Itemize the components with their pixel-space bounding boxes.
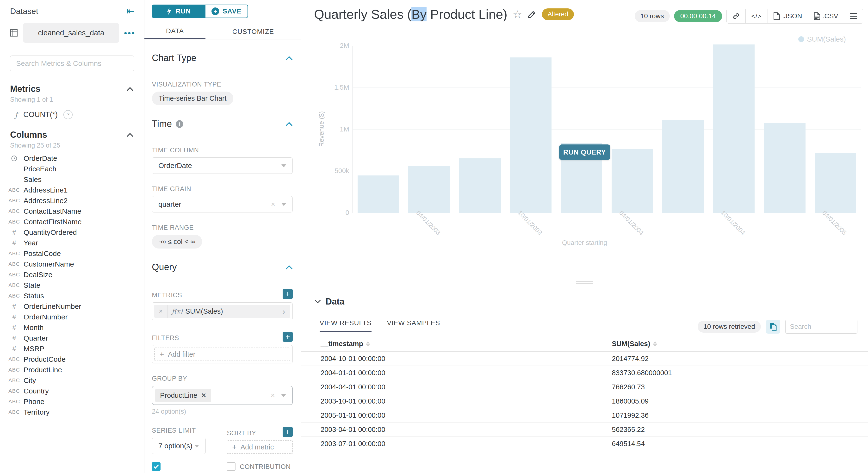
column-item-productline[interactable]: ABCProductLine [0,365,144,375]
column-item-country[interactable]: ABCCountry [0,386,144,396]
contribution-checkbox[interactable] [227,462,236,471]
add-sort-metric-dropzone[interactable]: + Add metric [227,440,293,454]
column-item-msrp[interactable]: #MSRP [0,343,144,354]
copy-data-icon[interactable] [766,320,780,334]
chevron-up-icon[interactable] [126,133,134,137]
column-header-sum-sales[interactable]: SUM(Sales) [612,340,657,348]
group-by-label: GROUP BY [152,375,293,382]
clear-icon[interactable]: × [271,391,275,400]
chevron-up-icon[interactable] [285,122,293,126]
table-row[interactable]: 2005-01-01 00:00:001071992.36 [301,408,868,422]
column-item-state[interactable]: ABCState [0,280,144,291]
save-button[interactable]: + SAVE [206,5,248,18]
column-item-contactlastname[interactable]: ABCContactLastName [0,206,144,217]
help-icon[interactable]: ? [63,110,72,119]
bar[interactable] [764,123,805,213]
remove-chip-icon[interactable]: ✕ [201,392,207,399]
bar[interactable] [662,120,704,213]
run-button[interactable]: RUN [152,5,206,18]
run-query-button[interactable]: RUN QUERY [559,145,610,160]
column-item-status[interactable]: ABCStatus [0,291,144,301]
export-json-button[interactable]: .JSON [768,9,808,23]
column-item-addressline2[interactable]: ABCAddressLine2 [0,195,144,206]
bar[interactable] [358,176,399,213]
bar[interactable] [459,158,501,213]
metrics-columns-search[interactable] [10,56,134,71]
results-search-input[interactable] [785,323,857,330]
tab-customize[interactable]: CUSTOMIZE [206,24,301,39]
results-search[interactable] [785,320,858,334]
data-section-toggle[interactable]: Data [315,296,344,307]
tab-view-samples[interactable]: VIEW SAMPLES [387,319,440,332]
table-row[interactable]: 2003-04-01 00:00:00562365.22 [301,422,868,437]
column-item-quantityordered[interactable]: #QuantityOrdered [0,227,144,238]
embed-code-icon[interactable]: </> [746,9,768,23]
visualization-type-value[interactable]: Time-series Bar Chart [152,92,233,105]
dataset-name[interactable]: cleaned_sales_data [23,23,119,43]
bar[interactable] [510,58,552,213]
time-column-select[interactable]: OrderDate [152,157,293,174]
bar[interactable] [612,149,653,213]
bar[interactable] [713,44,754,213]
column-item-month[interactable]: #Month [0,322,144,333]
chart-title[interactable]: Quarterly Sales (By Product Line) [314,7,507,22]
bar[interactable] [408,166,450,213]
column-item-orderdate[interactable]: OrderDate [0,153,144,164]
table-row[interactable]: 2003-07-01 00:00:00649514.54 [301,437,868,451]
search-input[interactable] [10,59,134,67]
column-header-timestamp[interactable]: __timestamp [320,340,370,348]
tab-data[interactable]: DATA [145,24,206,39]
column-item-contactfirstname[interactable]: ABCContactFirstName [0,217,144,227]
add-metric-button[interactable]: + [283,289,293,299]
share-link-icon[interactable] [727,9,746,23]
favorite-star-icon[interactable]: ☆ [513,8,522,21]
column-item-ordernumber[interactable]: #OrderNumber [0,312,144,322]
chevron-up-icon[interactable] [285,265,293,270]
clear-icon[interactable]: × [271,200,275,209]
column-item-priceeach[interactable]: PriceEach [0,164,144,174]
metric-item[interactable]: ƒ COUNT(*) ? [0,103,144,119]
more-menu-icon[interactable] [844,9,863,23]
table-row[interactable]: 2004-10-01 00:00:002014774.92 [301,352,868,366]
add-sort-metric-button[interactable]: + [283,427,293,437]
table-row[interactable]: 2003-10-01 00:00:001860005.09 [301,394,868,408]
sort-descending-checkbox[interactable] [152,462,160,471]
add-filter-dropzone[interactable]: + Add filter [154,348,290,361]
table-row[interactable]: 2004-01-01 00:00:00833730.680000001 [301,366,868,380]
dataset-more-icon[interactable]: ••• [124,28,135,38]
chart-legend[interactable]: SUM(Sales) [798,35,846,43]
column-item-quarter[interactable]: #Quarter [0,333,144,343]
column-item-sales[interactable]: Sales [0,174,144,185]
series-limit-select[interactable]: 7 option(s) [152,438,206,454]
chevron-up-icon[interactable] [285,56,293,60]
edit-title-icon[interactable] [527,10,537,19]
tab-view-results[interactable]: VIEW RESULTS [320,319,372,332]
altered-badge[interactable]: Altered [542,8,574,20]
metric-chip[interactable]: × ƒ(x) SUM(Sales) › [154,305,290,318]
column-item-addressline1[interactable]: ABCAddressLine1 [0,185,144,195]
bar[interactable] [815,153,856,213]
group-by-chip[interactable]: ProductLine ✕ [155,389,211,402]
column-item-dealsize[interactable]: ABCDealSize [0,270,144,280]
table-row[interactable]: 2004-04-01 00:00:00766260.73 [301,380,868,394]
dataset-sidebar: Dataset ⇤ cleaned_sales_data ••• Metrics… [0,0,145,473]
column-item-city[interactable]: ABCCity [0,375,144,386]
export-csv-button[interactable]: .CSV [808,9,844,23]
panel-resize-handle[interactable] [576,281,593,285]
column-item-orderlinenumber[interactable]: #OrderLineNumber [0,301,144,312]
column-item-year[interactable]: #Year [0,238,144,248]
chevron-up-icon[interactable] [126,87,134,91]
group-by-select[interactable]: ProductLine ✕ × [152,386,293,405]
remove-metric-icon[interactable]: × [154,305,167,318]
info-icon[interactable]: i [176,120,183,128]
time-grain-select[interactable]: quarter × [152,196,293,213]
column-item-phone[interactable]: ABCPhone [0,396,144,407]
time-range-value[interactable]: -∞ ≤ col < ∞ [152,235,202,249]
column-item-territory[interactable]: ABCTerritory [0,407,144,417]
column-item-postalcode[interactable]: ABCPostalCode [0,248,144,259]
column-item-customername[interactable]: ABCCustomerName [0,259,144,270]
collapse-sidebar-icon[interactable]: ⇤ [126,6,134,16]
expand-metric-icon[interactable]: › [277,305,290,318]
add-filter-button[interactable]: + [283,332,293,342]
column-item-productcode[interactable]: ABCProductCode [0,354,144,365]
